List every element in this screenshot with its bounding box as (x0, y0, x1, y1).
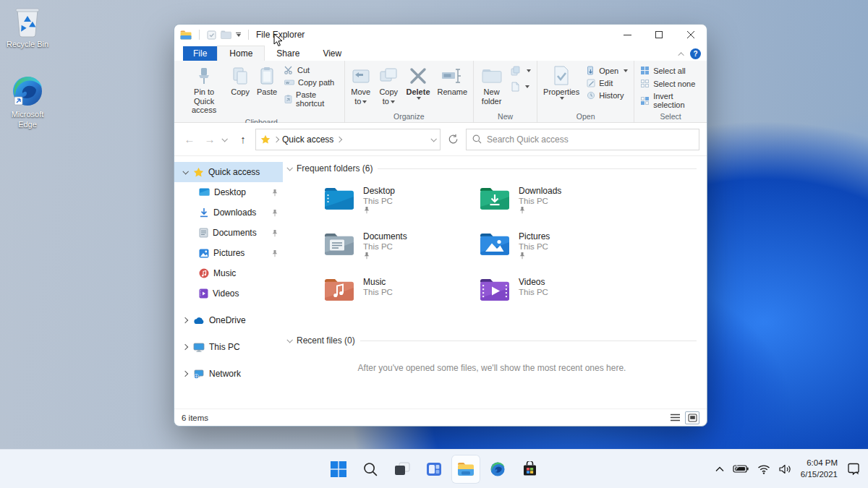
open-icon (587, 66, 595, 75)
tab-file[interactable]: File (183, 46, 217, 61)
edit-icon (587, 79, 595, 87)
frequent-folders-header[interactable]: Frequent folders (6) (287, 163, 697, 174)
collapse-section-icon[interactable] (286, 165, 292, 171)
qat-customize-caret-icon[interactable] (236, 33, 241, 37)
maximize-button[interactable] (643, 25, 675, 45)
group-label-open: Open (540, 111, 631, 122)
move-to-icon (352, 64, 370, 87)
history-button[interactable]: History (584, 90, 631, 100)
rename-button[interactable]: Rename (435, 62, 471, 99)
search-box[interactable] (466, 129, 699, 150)
chevron-down-icon[interactable] (182, 168, 188, 174)
file-explorer-button[interactable] (451, 455, 480, 484)
sidebar-item-pictures[interactable]: Pictures (174, 243, 283, 263)
sidebar-item-this-pc[interactable]: This PC (174, 337, 283, 357)
new-folder-button[interactable]: New folder (477, 62, 506, 108)
widgets-button[interactable] (420, 455, 448, 484)
edge-button[interactable] (483, 455, 512, 484)
folder-tile-videos[interactable]: Videos This PC (477, 275, 633, 320)
paste-shortcut-button[interactable]: Paste shortcut (281, 90, 341, 108)
breadcrumb-separator-icon[interactable] (336, 136, 342, 142)
folder-tile-pictures[interactable]: Pictures This PC (477, 229, 633, 275)
address-bar[interactable]: Quick access (255, 129, 441, 150)
volume-icon[interactable] (775, 455, 795, 483)
close-button[interactable] (675, 25, 707, 45)
edge-icon (490, 461, 506, 477)
clock[interactable]: 6:04 PM 6/15/2021 (796, 458, 842, 480)
sidebar-item-videos[interactable]: Videos (174, 283, 283, 304)
title-bar[interactable]: File Explorer (174, 25, 707, 45)
large-icons-view-button[interactable] (685, 411, 699, 424)
folder-tile-music[interactable]: Music This PC (322, 275, 477, 320)
folder-tile-downloads[interactable]: Downloads This PC (477, 184, 633, 229)
search-button[interactable] (356, 455, 385, 484)
recent-files-header[interactable]: Recent files (0) (287, 335, 697, 346)
invert-selection-icon (640, 96, 650, 106)
edge-icon (11, 74, 44, 108)
invert-selection-button[interactable]: Invert selection (637, 91, 704, 110)
minimize-button[interactable] (611, 25, 643, 45)
breadcrumb-location[interactable]: Quick access (282, 134, 333, 145)
folder-tile-desktop[interactable]: Desktop This PC (322, 184, 477, 229)
help-button[interactable]: ? (690, 48, 701, 59)
task-view-button[interactable] (388, 455, 417, 484)
sidebar-item-quick-access[interactable]: Quick access (174, 162, 283, 182)
refresh-button[interactable] (445, 134, 461, 145)
back-button[interactable]: ← (182, 133, 197, 145)
properties-button[interactable]: Properties (540, 62, 582, 102)
desktop-icon (199, 188, 210, 197)
folder-tile-documents[interactable]: Documents This PC (322, 229, 477, 275)
qat-properties-icon[interactable] (207, 30, 216, 40)
chevron-right-icon[interactable] (182, 317, 188, 323)
sidebar-item-onedrive[interactable]: OneDrive (174, 310, 283, 330)
pin-to-quick-access-button[interactable]: Pin to Quick access (182, 62, 226, 117)
forward-button[interactable]: → (202, 133, 218, 145)
paste-button[interactable]: Paste (254, 62, 280, 99)
rename-icon (441, 64, 463, 87)
copy-path-icon (284, 79, 294, 86)
sidebar-item-network[interactable]: Network (174, 364, 283, 384)
sidebar-item-desktop[interactable]: Desktop (174, 182, 283, 202)
clock-time: 6:04 PM (807, 458, 838, 469)
qat-new-folder-icon[interactable] (221, 30, 231, 39)
start-button[interactable] (324, 455, 353, 484)
recent-files-empty-message: After you've opened some files, we'll sh… (287, 363, 697, 373)
easy-access-button[interactable] (508, 81, 534, 93)
edit-button[interactable]: Edit (584, 78, 631, 88)
store-button[interactable] (515, 455, 544, 484)
sidebar-item-music[interactable]: Music (174, 263, 283, 283)
copy-button[interactable]: Copy (228, 62, 252, 99)
move-to-button[interactable]: Move to (348, 62, 374, 108)
sidebar-item-documents[interactable]: Documents (174, 223, 283, 243)
chevron-right-icon[interactable] (182, 371, 188, 377)
wifi-icon[interactable] (754, 455, 774, 483)
cut-button[interactable]: Cut (281, 65, 341, 75)
open-button[interactable]: Open (584, 65, 631, 76)
details-view-button[interactable] (668, 411, 682, 424)
select-none-button[interactable]: Select none (637, 78, 704, 89)
desktop-icon-microsoft-edge[interactable]: Microsoft Edge (0, 74, 55, 130)
copy-path-button[interactable]: Copy path (281, 77, 341, 87)
tray-chevron-up-icon[interactable] (712, 455, 728, 483)
new-item-button[interactable] (508, 65, 534, 77)
sidebar-item-downloads[interactable]: Downloads (174, 202, 283, 223)
up-button[interactable]: ↑ (235, 133, 251, 145)
recent-locations-caret-icon[interactable] (221, 136, 227, 142)
address-dropdown-icon[interactable] (430, 136, 436, 142)
battery-icon[interactable] (729, 455, 752, 483)
tab-home[interactable]: Home (217, 46, 265, 61)
desktop-icon-recycle-bin[interactable]: Recycle Bin (0, 6, 55, 50)
new-item-icon (511, 66, 522, 76)
search-input[interactable] (487, 134, 693, 145)
quick-access-star-icon (193, 167, 204, 178)
delete-button[interactable]: Delete (404, 62, 433, 102)
tab-view[interactable]: View (311, 46, 353, 61)
copy-to-icon (379, 64, 398, 87)
select-all-button[interactable]: Select all (637, 65, 704, 76)
tab-share[interactable]: Share (265, 46, 311, 61)
minimize-ribbon-icon[interactable] (678, 52, 684, 58)
collapse-section-icon[interactable] (286, 337, 292, 343)
chevron-right-icon[interactable] (182, 344, 188, 350)
notification-icon[interactable] (843, 455, 864, 483)
copy-to-button[interactable]: Copy to (375, 62, 401, 108)
